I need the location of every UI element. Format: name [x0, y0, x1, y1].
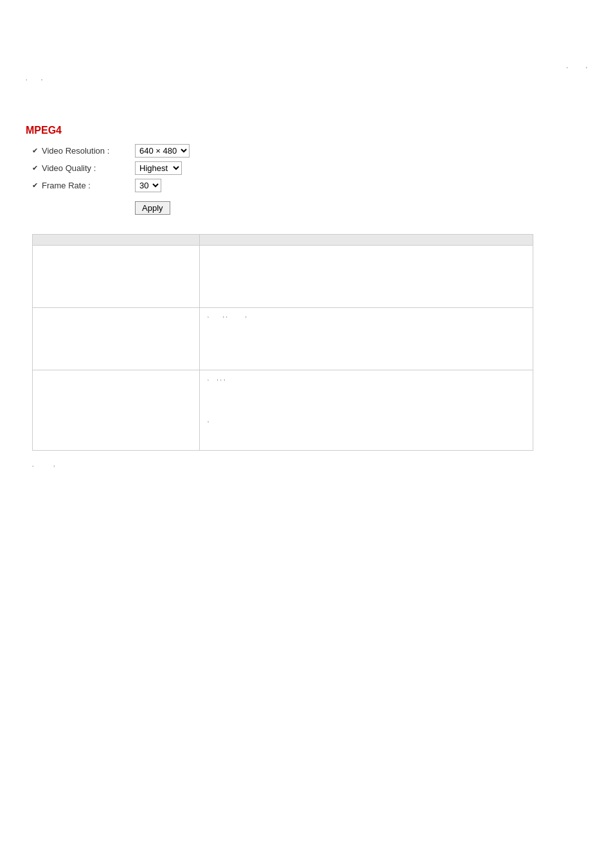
frame-rate-row: ✔ Frame Rate : 30 25 20 15 10 5 1	[32, 179, 587, 192]
video-resolution-checkmark: ✔	[32, 147, 38, 155]
top-right-area: ‘ ’	[26, 64, 587, 74]
table-cell-content-left-3	[40, 375, 191, 427]
table-row	[33, 246, 533, 308]
apply-button[interactable]: Apply	[135, 201, 170, 215]
table-row: ‘ ’ ‘ ’	[33, 308, 533, 370]
bottom-text: ‘ ’	[32, 464, 587, 473]
video-quality-control: Highest High Medium Low	[135, 161, 182, 175]
video-quality-select[interactable]: Highest High Medium Low	[135, 161, 182, 175]
frame-rate-select[interactable]: 30 25 20 15 10 5 1	[135, 179, 161, 192]
top-left-text: ‘ ’	[26, 78, 42, 86]
table-cell-content-right-3: ‘ ’ ‘ ’ ’	[208, 375, 525, 445]
video-resolution-control: 640 × 480 320 × 240 160 × 120	[135, 144, 190, 158]
table-cell-left-2	[33, 308, 200, 370]
settings-form: ✔ Video Resolution : 640 × 480 320 × 240…	[32, 144, 587, 215]
top-left-area: ‘ ’	[26, 77, 587, 86]
video-quality-label: ✔ Video Quality :	[32, 163, 135, 173]
table-cell-left-1	[33, 246, 200, 308]
table-cell-content-right-1	[208, 251, 525, 302]
table-cell-left-3	[33, 370, 200, 451]
video-resolution-row: ✔ Video Resolution : 640 × 480 320 × 240…	[32, 144, 587, 158]
top-right-text: ‘ ’	[567, 66, 587, 73]
table-cell-content-left-2	[40, 313, 191, 365]
video-resolution-text: Video Resolution :	[42, 146, 109, 156]
info-table: ‘ ’ ‘ ’ ‘ ’ ‘ ’ ’	[32, 234, 533, 451]
video-resolution-label: ✔ Video Resolution :	[32, 146, 135, 156]
table-cell-content-right-2: ‘ ’ ‘ ’	[208, 313, 525, 365]
bottom-text-content: ‘ ’	[32, 464, 55, 472]
table-header-left	[33, 235, 200, 246]
video-quality-text: Video Quality :	[42, 163, 96, 173]
frame-rate-checkmark: ✔	[32, 181, 38, 190]
video-quality-checkmark: ✔	[32, 164, 38, 172]
apply-row: Apply	[135, 196, 587, 215]
table-header-right	[199, 235, 533, 246]
table-cell-right-3: ‘ ’ ‘ ’ ’	[199, 370, 533, 451]
video-quality-row: ✔ Video Quality : Highest High Medium Lo…	[32, 161, 587, 175]
table-cell-right-1	[199, 246, 533, 308]
frame-rate-text: Frame Rate :	[42, 181, 91, 190]
table-cell-content-left-1	[40, 251, 191, 302]
section-title: MPEG4	[26, 125, 587, 136]
frame-rate-control: 30 25 20 15 10 5 1	[135, 179, 161, 192]
video-resolution-select[interactable]: 640 × 480 320 × 240 160 × 120	[135, 144, 190, 158]
table-row: ‘ ’ ‘ ’ ’	[33, 370, 533, 451]
frame-rate-label: ✔ Frame Rate :	[32, 181, 135, 190]
table-cell-right-2: ‘ ’ ‘ ’	[199, 308, 533, 370]
